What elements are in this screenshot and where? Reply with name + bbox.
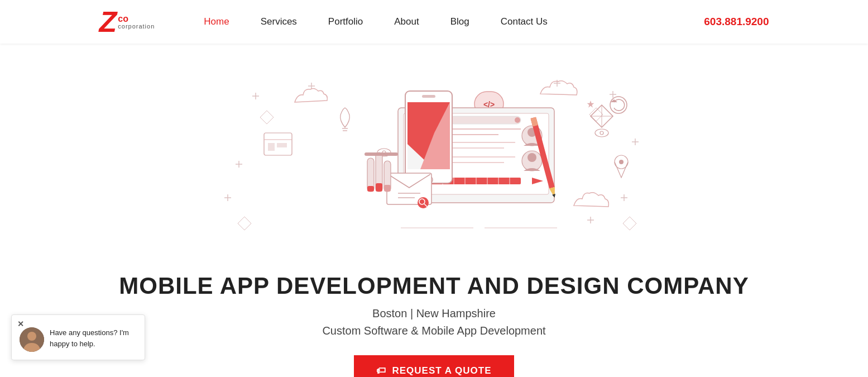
nav-portfolio[interactable]: Portfolio (313, 0, 378, 44)
svg-rect-83 (367, 186, 374, 192)
request-quote-button[interactable]: 🏷 Request A Quote (354, 355, 514, 377)
svg-marker-21 (623, 217, 636, 230)
chat-widget: ✕ Have any questions? I'm happy to help. (11, 314, 145, 360)
chat-avatar (20, 327, 44, 352)
site-header: Z co corporation Home Services Portfolio… (0, 0, 868, 44)
phone-number: 603.881.9200 (704, 16, 769, 28)
svg-rect-102 (277, 143, 287, 147)
svg-rect-88 (365, 152, 398, 156)
svg-point-47 (515, 117, 520, 123)
nav-services[interactable]: Services (245, 0, 313, 44)
svg-rect-85 (376, 183, 382, 192)
logo-link[interactable]: Z co corporation (99, 7, 155, 36)
svg-rect-70 (422, 95, 435, 98)
hero-subtitle: Custom Software & Mobile App Development (119, 324, 749, 337)
svg-point-104 (619, 160, 624, 164)
nav-contact[interactable]: Contact Us (485, 0, 563, 44)
logo-corporation-text: corporation (118, 23, 155, 30)
logo-co-text: co (118, 15, 155, 23)
cta-label: Request A Quote (392, 365, 491, 376)
svg-marker-19 (589, 108, 603, 121)
svg-marker-22 (587, 101, 594, 108)
svg-point-55 (527, 153, 536, 162)
agent-avatar-image (20, 327, 44, 352)
chat-message-text: Have any questions? I'm happy to help. (50, 327, 137, 349)
svg-rect-101 (268, 143, 275, 151)
svg-point-26 (600, 131, 603, 135)
nav-blog[interactable]: Blog (435, 0, 485, 44)
hero-illustration: </> (0, 44, 868, 267)
svg-rect-46 (448, 116, 521, 124)
hero-text-block: MOBILE APP DEVELOPMENT AND DESIGN COMPAN… (119, 273, 749, 377)
hero-location: Boston | New Hampshire (119, 307, 749, 320)
main-nav: Home Services Portfolio About Blog Conta… (188, 0, 563, 44)
svg-rect-87 (384, 185, 391, 192)
chat-close-button[interactable]: ✕ (17, 319, 24, 328)
cta-icon: 🏷 (376, 365, 386, 376)
nav-about[interactable]: About (378, 0, 434, 44)
svg-marker-18 (260, 111, 274, 124)
svg-marker-20 (238, 217, 251, 230)
logo-z-letter: Z (99, 7, 117, 36)
svg-point-108 (27, 332, 36, 341)
nav-home[interactable]: Home (188, 0, 244, 44)
illustration-svg: </> (211, 66, 658, 245)
hero-title: MOBILE APP DEVELOPMENT AND DESIGN COMPAN… (119, 273, 749, 299)
svg-point-25 (595, 129, 608, 137)
